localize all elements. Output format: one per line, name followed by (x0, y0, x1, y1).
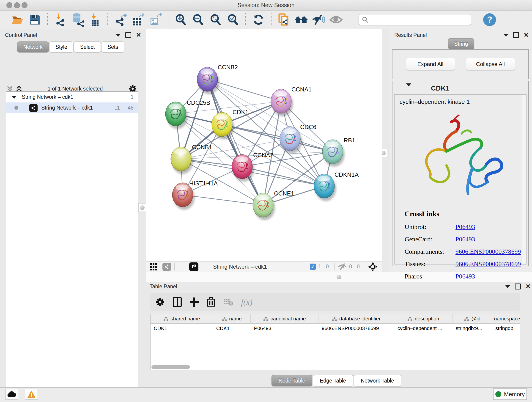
expand-all-networks-icon[interactable] (16, 85, 22, 92)
crosslink-label: Pharos: (405, 273, 456, 280)
left-splitter-handle[interactable] (138, 204, 146, 212)
tab-network[interactable]: Network (17, 41, 49, 52)
collection-expand-icon[interactable] (12, 94, 17, 100)
network-node-cdc6[interactable] (280, 127, 302, 153)
crosslink-row: GeneCard:P06493 (405, 236, 526, 243)
column-header-databaseidentifier[interactable]: database identifier (318, 314, 394, 323)
network-node-ccnb2[interactable] (197, 67, 219, 94)
network-collection-row[interactable]: String Network – cdk1 1 (6, 92, 138, 102)
tab-sets[interactable]: Sets (101, 41, 124, 52)
column-header-description[interactable]: description (394, 314, 453, 323)
network-node-cdkn1a[interactable] (314, 174, 336, 201)
network-canvas[interactable]: CCNB2CCNA1CDC25BCDK1CDC6RB1CCNB1CCNA2CDK… (146, 29, 382, 261)
search-input[interactable] (370, 16, 471, 23)
birdseye-view-icon[interactable] (150, 263, 157, 271)
node-label-cdc25b: CDC25B (187, 99, 210, 106)
open-session-button[interactable] (10, 13, 25, 27)
network-edge[interactable] (183, 195, 263, 205)
node-label-cdc6: CDC6 (300, 123, 317, 130)
open-in-browser-button[interactable] (189, 262, 198, 271)
zoom-out-button[interactable] (191, 13, 205, 27)
hide-unselected-button[interactable] (312, 13, 326, 27)
delete-column-trash-icon[interactable] (207, 297, 215, 307)
string-badge-icon[interactable] (162, 263, 171, 271)
crosslink-row: Pharos:P06493 (405, 273, 526, 280)
add-column-icon[interactable] (190, 297, 199, 307)
gene-detail-box: cyclin–dependent kinase 1 (394, 95, 526, 264)
tab-string-results[interactable]: String (448, 38, 474, 49)
panel-close-icon[interactable]: ✕ (525, 283, 531, 290)
network-node-rb1[interactable] (322, 140, 345, 167)
column-header-canonicalname[interactable]: canonical name (251, 314, 318, 323)
column-header-label: description (415, 316, 439, 322)
crosslink-label: Tissues: (405, 260, 456, 268)
warning-status-button[interactable] (25, 389, 38, 400)
table-horizontal-scrollbar[interactable] (152, 365, 190, 369)
crosslink-link[interactable]: 9606.ENSP00000378699 (456, 260, 521, 268)
memory-status-button[interactable]: Memory (493, 389, 527, 400)
crosslink-link[interactable]: P06493 (456, 273, 475, 280)
zoom-fit-button[interactable] (209, 13, 223, 27)
column-header-name[interactable]: name (213, 314, 251, 323)
network-node-cdk1[interactable] (212, 112, 234, 139)
node-table: shared namenamecanonical namedatabase id… (150, 314, 520, 370)
collapse-all-networks-icon[interactable] (7, 85, 13, 92)
network-node-ccna2[interactable] (232, 154, 254, 182)
zoom-in-button[interactable] (174, 13, 188, 27)
splitter-knob[interactable] (336, 275, 341, 279)
tab-style[interactable]: Style (49, 41, 73, 52)
tab-network-table[interactable]: Network Table (354, 375, 401, 386)
export-network-button[interactable] (114, 13, 128, 27)
clone-network-button[interactable] (277, 13, 291, 27)
results-scrollbar-track[interactable] (522, 95, 526, 264)
show-all-button[interactable] (329, 13, 343, 27)
import-network-database-button[interactable] (70, 13, 85, 27)
panel-close-icon[interactable]: ✕ (524, 32, 529, 39)
split-columns-icon[interactable] (173, 297, 182, 307)
gene-section-collapse-icon[interactable] (406, 86, 411, 90)
import-network-file-button[interactable] (53, 13, 67, 27)
search-box[interactable] (359, 14, 471, 26)
hidden-eye-icon[interactable] (338, 263, 347, 271)
table-row[interactable]: CDK1CDK1P064939606.ENSP00000378699cyclin… (151, 324, 520, 333)
network-row[interactable]: String Network – cdk1 11 48 (6, 102, 138, 113)
refresh-button[interactable] (251, 13, 266, 27)
import-table-file-button[interactable] (88, 13, 102, 27)
crosslink-link[interactable]: 9606.ENSP00000378699 (456, 248, 521, 255)
crosslink-link[interactable]: P06493 (456, 236, 475, 243)
panel-menu-icon[interactable] (116, 34, 121, 37)
zoom-selected-button[interactable] (226, 13, 240, 27)
export-table-button[interactable] (131, 13, 145, 27)
panel-float-icon[interactable] (513, 32, 519, 38)
expand-all-button[interactable]: Expand All (406, 58, 455, 70)
column-header-sharedname[interactable]: shared name (151, 314, 213, 323)
panel-menu-icon[interactable] (505, 285, 510, 288)
string-home-button[interactable] (294, 13, 308, 27)
crosslinks-title: CrossLinks (405, 210, 526, 218)
panel-menu-icon[interactable] (503, 34, 508, 37)
warning-icon (27, 390, 36, 398)
export-image-button[interactable] (148, 13, 162, 27)
save-session-button[interactable] (28, 13, 42, 27)
collapse-all-button[interactable]: Collapse All (466, 58, 515, 70)
table-settings-gear-icon[interactable] (155, 297, 165, 307)
crosslink-link[interactable]: P06493 (456, 223, 475, 230)
help-button[interactable]: ? (483, 13, 496, 26)
panel-close-icon[interactable]: ✕ (136, 32, 141, 39)
cloud-status-button[interactable] (5, 389, 18, 400)
panel-float-icon[interactable] (125, 32, 131, 38)
selected-checkbox-icon[interactable]: ✓ (310, 264, 316, 270)
network-node-ccne1[interactable] (253, 193, 275, 220)
column-header-namespace[interactable]: namespace (492, 314, 520, 323)
crosslink-row: Uniprot:P06493 (405, 223, 526, 230)
tab-select[interactable]: Select (74, 41, 101, 52)
tab-edge-table[interactable]: Edge Table (313, 375, 353, 386)
gene-description: cyclin–dependent kinase 1 (394, 95, 526, 105)
network-node-cdc25b[interactable] (165, 102, 188, 129)
table-cell: stringdb:9... (452, 324, 492, 333)
column-header-id[interactable]: @id (452, 314, 492, 323)
network-view[interactable]: CCNB2CCNA1CDC25BCDK1CDC6RB1CCNB1CCNA2CDK… (146, 29, 382, 272)
tab-node-table[interactable]: Node Table (272, 375, 312, 386)
panel-float-icon[interactable] (515, 283, 521, 289)
fit-selected-crosshair-icon[interactable] (368, 262, 378, 272)
